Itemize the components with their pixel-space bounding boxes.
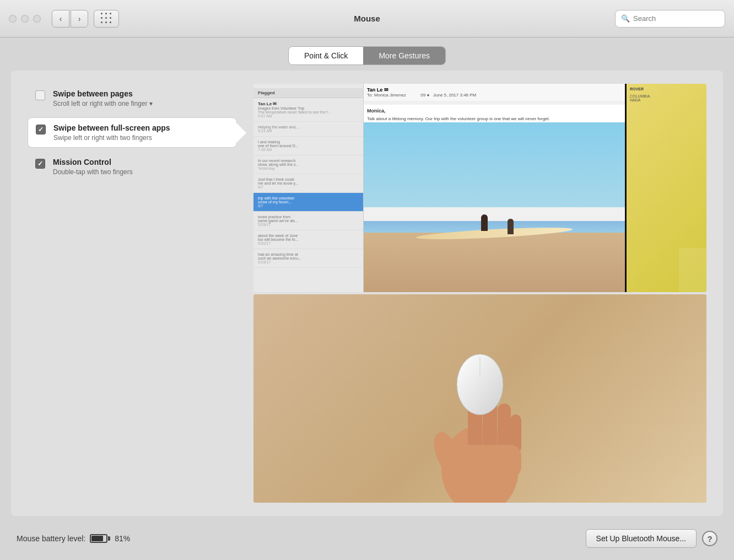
mail-sidebar: Flagged Tan Le ✉ Images from Volunteer T… — [253, 84, 364, 292]
battery-percentage: 81% — [115, 534, 130, 543]
setting-swipe-apps: ✓ Swipe between full-screen apps Swipe l… — [28, 117, 237, 148]
chevron-down-icon: ▾ — [149, 100, 153, 107]
preview-mouse-photo — [253, 294, 706, 503]
traffic-lights — [9, 15, 41, 23]
back-button[interactable]: ‹ — [52, 10, 69, 28]
close-button[interactable] — [9, 15, 17, 23]
setting-text-swipe-pages: Swipe between pages Scroll left or right… — [53, 89, 153, 107]
setting-title-mission-control: Mission Control — [53, 158, 133, 166]
hand-mouse-image — [253, 294, 706, 503]
window-title: Mouse — [354, 14, 380, 23]
checkbox-mission-control[interactable]: ✓ — [35, 159, 45, 169]
maximize-button[interactable] — [33, 15, 41, 23]
checkmark-icon: ✓ — [38, 126, 44, 133]
forward-button[interactable]: › — [71, 10, 88, 28]
preview-panel: Flagged Tan Le ✉ Images from Volunteer T… — [253, 84, 706, 503]
main-content: Swipe between pages Scroll left or right… — [11, 71, 723, 516]
tabs-container: Point & Click More Gestures — [0, 37, 734, 71]
bottom-bar: Mouse battery level: 81% Set Up Bluetoot… — [0, 520, 734, 557]
bottom-right-controls: Set Up Bluetooth Mouse... ? — [586, 529, 717, 548]
search-input[interactable] — [633, 14, 719, 23]
setting-text-mission-control: Mission Control Double-tap with two fing… — [53, 158, 133, 176]
checkmark-icon-2: ✓ — [37, 160, 43, 168]
setting-mission-control: ✓ Mission Control Double-tap with two fi… — [28, 152, 237, 181]
settings-panel: Swipe between pages Scroll left or right… — [28, 84, 237, 503]
battery-icon — [90, 534, 110, 543]
magic-mouse-svg — [452, 354, 508, 426]
setting-title-swipe-pages: Swipe between pages — [53, 89, 153, 98]
setup-bluetooth-button[interactable]: Set Up Bluetooth Mouse... — [586, 529, 697, 548]
tab-point-click[interactable]: Point & Click — [289, 47, 363, 64]
mail-header: Tan Le ✉ To: Monica Jimenez 09 ● June 5,… — [364, 84, 625, 101]
help-button[interactable]: ? — [702, 531, 717, 546]
search-box[interactable]: 🔍 — [615, 10, 725, 28]
apps-grid-button[interactable] — [94, 10, 119, 28]
tab-more-gestures[interactable]: More Gestures — [363, 47, 445, 64]
checkbox-swipe-pages[interactable] — [35, 90, 45, 100]
battery-section: Mouse battery level: 81% — [17, 534, 130, 543]
titlebar: ‹ › Mouse 🔍 — [0, 0, 734, 37]
svg-rect-9 — [450, 445, 521, 478]
setting-subtitle-mission-control: Double-tap with two fingers — [53, 168, 133, 176]
search-icon: 🔍 — [621, 14, 630, 23]
nav-buttons: ‹ › — [52, 10, 88, 28]
setting-title-swipe-apps: Swipe between full-screen apps — [53, 123, 170, 132]
setting-subtitle-swipe-apps: Swipe left or right with two fingers — [53, 134, 170, 142]
battery-label: Mouse battery level: — [17, 534, 85, 543]
tab-group: Point & Click More Gestures — [288, 46, 446, 65]
setting-subtitle-swipe-pages: Scroll left or right with one finger ▾ — [53, 100, 153, 107]
checkbox-swipe-apps[interactable]: ✓ — [36, 125, 46, 134]
preview-screenshot-top: Flagged Tan Le ✉ Images from Volunteer T… — [253, 84, 706, 292]
setting-text-swipe-apps: Swipe between full-screen apps Swipe lef… — [53, 123, 170, 142]
setting-swipe-pages: Swipe between pages Scroll left or right… — [28, 84, 237, 113]
minimize-button[interactable] — [21, 15, 29, 23]
